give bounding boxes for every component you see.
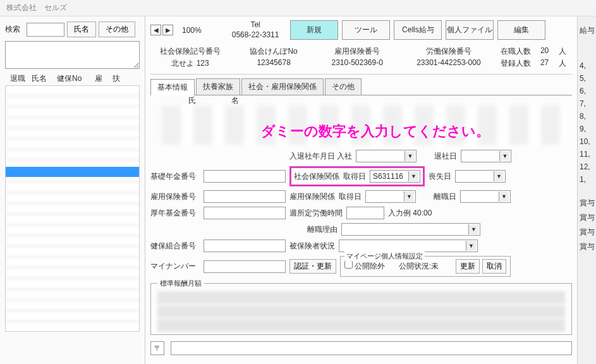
loss-date-combo[interactable]: ▼ bbox=[455, 170, 506, 183]
registered-count-unit: 人 bbox=[559, 58, 572, 69]
company-info-row: 社会保険記号番号 北せよ 123 協会けんぽNo 12345678 雇用保険番号… bbox=[150, 42, 572, 75]
chevron-down-icon: ▼ bbox=[404, 151, 415, 161]
exclude-public-checkbox[interactable] bbox=[344, 260, 353, 269]
mypage-settings-group: マイページ個人情報設定 公開除外 公開状況:未 更新 取消 bbox=[340, 256, 511, 277]
chevron-down-icon: ▼ bbox=[466, 241, 476, 251]
pension-no-input[interactable] bbox=[204, 170, 286, 183]
social-ins-no-label: 社会保険記号番号 bbox=[150, 46, 230, 57]
chevron-down-icon: ▼ bbox=[408, 171, 418, 181]
address-input-1[interactable] bbox=[171, 341, 572, 355]
public-status-label: 公開状況:未 bbox=[399, 262, 439, 270]
nav-next-button[interactable]: ▶ bbox=[162, 25, 173, 35]
tel-block: Tel 0568-22-3311 bbox=[232, 20, 279, 40]
kenpo-union-input[interactable] bbox=[204, 240, 286, 252]
social-ins-rel-label: 社会保険関係 bbox=[294, 171, 339, 182]
mypage-update-button[interactable]: 更新 bbox=[456, 259, 480, 274]
chevron-down-icon: ▼ bbox=[499, 151, 509, 161]
social-ins-highlight: 社会保険関係 取得日 S631116 ▼ bbox=[289, 166, 425, 186]
right-strip: 給与 4, 5, 6, 7, 8, 9, 10, 11, 12, 1, 賞与 賞… bbox=[577, 16, 596, 364]
employee-list[interactable] bbox=[5, 85, 140, 332]
search-by-name-button[interactable]: 氏名 bbox=[67, 21, 96, 37]
separation-date-label: 離職日 bbox=[434, 191, 456, 202]
mynumber-label: マイナンバー bbox=[150, 261, 200, 272]
month-item: 11, bbox=[580, 150, 594, 159]
leave-date-label: 退社日 bbox=[434, 151, 457, 162]
koyou-acquire-combo[interactable]: ▼ bbox=[365, 190, 416, 203]
search-input[interactable] bbox=[27, 23, 64, 37]
koyou-rel-label: 雇用保険関係 bbox=[289, 191, 335, 202]
edit-button[interactable]: 編集 bbox=[497, 20, 545, 40]
weekly-hours-input[interactable] bbox=[346, 207, 384, 219]
kenpo-no-label: 協会けんぽNo bbox=[234, 46, 313, 57]
selected-row[interactable] bbox=[6, 167, 139, 177]
roudou-no-value: 23301-442253-000 bbox=[401, 58, 496, 67]
new-button[interactable]: 新規 bbox=[290, 20, 338, 40]
main-panel: ◀ ▶ 100% Tel 0568-22-3311 新規 ツール Cells給与… bbox=[145, 16, 577, 364]
acquire-date-combo[interactable]: S631116 ▼ bbox=[370, 170, 420, 183]
std-pay-blurred bbox=[157, 305, 565, 318]
tab-dependents[interactable]: 扶養家族 bbox=[196, 78, 240, 95]
active-count-label: 在職人数 bbox=[501, 46, 537, 57]
mypage-cancel-button[interactable]: 取消 bbox=[482, 259, 506, 274]
tool-button[interactable]: ツール bbox=[342, 20, 390, 40]
month-item: 6, bbox=[580, 87, 594, 95]
search-memo-textarea[interactable] bbox=[5, 41, 140, 69]
social-ins-no-value: 北せよ 123 bbox=[150, 58, 230, 69]
col-retire: 退職 bbox=[10, 73, 29, 84]
bonus-item: 賞与 bbox=[580, 227, 594, 238]
tab-basic[interactable]: 基本情報 bbox=[150, 79, 195, 95]
koyou-no-label: 雇用保険番号 bbox=[317, 46, 397, 57]
koyou-no-input[interactable] bbox=[204, 190, 286, 203]
month-item: 4, bbox=[580, 61, 594, 70]
window-title: 株式会社 セルズ bbox=[0, 0, 596, 16]
col-dep: 扶 bbox=[113, 73, 128, 84]
search-other-button[interactable]: その他 bbox=[99, 21, 135, 37]
kenpo-union-label: 健保組合番号 bbox=[150, 241, 200, 252]
search-label: 検索 bbox=[5, 24, 24, 35]
standard-pay-legend: 標準報酬月額 bbox=[157, 279, 204, 288]
col-emp: 雇 bbox=[95, 73, 110, 84]
col-kenpo: 健保No bbox=[57, 73, 92, 84]
month-item: 7, bbox=[580, 99, 594, 108]
chevron-down-icon: ▼ bbox=[494, 171, 504, 181]
koyou-no-field-label: 雇用保険番号 bbox=[150, 191, 200, 202]
bonus-item: 賞与 bbox=[580, 198, 594, 209]
chevron-down-icon: ▼ bbox=[499, 191, 509, 202]
month-item: 8, bbox=[580, 112, 594, 121]
tel-value: 0568-22-3311 bbox=[232, 30, 279, 40]
leave-date-combo[interactable]: ▼ bbox=[461, 150, 511, 162]
bonus-item: 賞与 bbox=[580, 212, 594, 223]
col-name: 氏名 bbox=[32, 73, 54, 84]
instruction-overlay: ダミーの数字を入力してください。 bbox=[261, 122, 490, 141]
month-item: 1, bbox=[580, 175, 594, 184]
separation-date-combo[interactable]: ▼ bbox=[460, 190, 511, 203]
mynumber-input[interactable] bbox=[204, 260, 286, 273]
tab-insurance[interactable]: 社会・雇用保険関係 bbox=[241, 78, 324, 95]
join-leave-label: 入退社年月日 入社 bbox=[289, 151, 352, 162]
month-item: 5, bbox=[580, 74, 594, 83]
right-title: 給与 bbox=[580, 25, 594, 36]
roudou-no-label: 労働保険番号 bbox=[401, 46, 496, 57]
mypage-legend: マイページ個人情報設定 bbox=[344, 252, 425, 261]
personal-file-button[interactable]: 個人ファイル bbox=[446, 20, 494, 40]
exclude-public-label: 公開除外 bbox=[355, 262, 385, 270]
auth-update-button[interactable]: 認証・更新 bbox=[289, 259, 336, 274]
left-panel: 検索 氏名 その他 退職 氏名 健保No 雇 扶 bbox=[0, 16, 145, 364]
nav-prev-button[interactable]: ◀ bbox=[150, 25, 161, 35]
chevron-down-icon: ▼ bbox=[468, 224, 478, 234]
insured-status-combo[interactable]: ▼ bbox=[339, 240, 478, 252]
month-item: 12, bbox=[580, 162, 594, 171]
kousei-label: 厚年基金番号 bbox=[150, 208, 200, 219]
bonus-item: 賞与 bbox=[580, 241, 594, 252]
cells-salary-button[interactable]: Cells給与 bbox=[394, 20, 442, 40]
pension-no-label: 基礎年金番号 bbox=[150, 171, 200, 182]
registered-count-label: 登録人数 bbox=[501, 58, 537, 69]
zoom-value: 100% bbox=[182, 26, 202, 35]
tab-other[interactable]: その他 bbox=[325, 78, 362, 95]
join-date-combo[interactable]: ▼ bbox=[356, 150, 417, 162]
kousei-input[interactable] bbox=[204, 207, 286, 219]
separation-reason-combo[interactable]: ▼ bbox=[341, 223, 480, 236]
tel-label: Tel bbox=[232, 20, 279, 30]
standard-pay-group: 標準報酬月額 bbox=[150, 283, 572, 335]
month-item: 9, bbox=[580, 124, 594, 133]
